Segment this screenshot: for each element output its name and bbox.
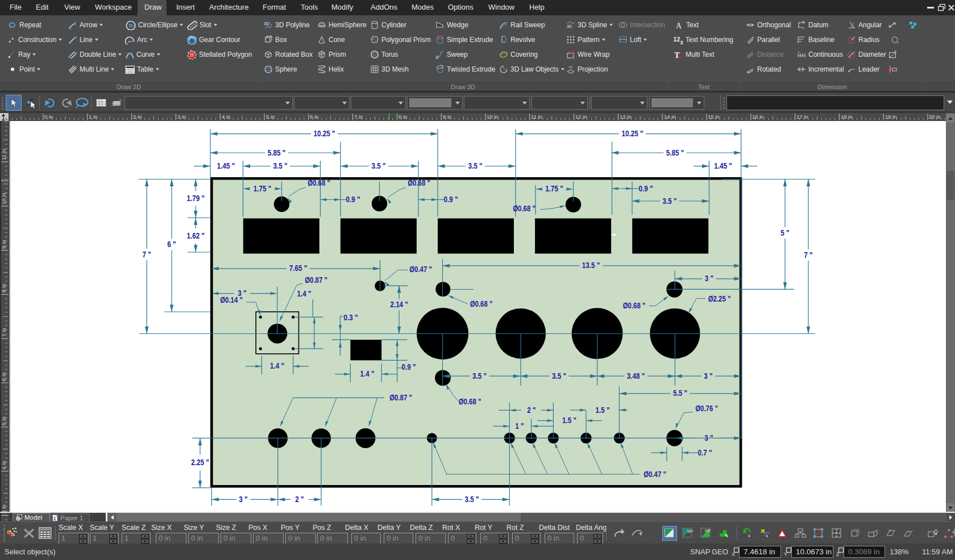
svg-text:10.25 ": 10.25 " — [622, 129, 643, 138]
svg-text:0.3 ": 0.3 " — [344, 313, 358, 322]
svg-text:3.48 ": 3.48 " — [627, 371, 645, 381]
svg-text:D: D — [853, 51, 856, 54]
svg-text:X: X — [732, 551, 735, 557]
svg-text:0 in: 0 in — [44, 114, 53, 120]
svg-text:5.85 ": 5.85 " — [666, 148, 684, 157]
svg-text:Ø0.68 ": Ø0.68 " — [513, 204, 535, 213]
svg-text:2 in: 2 in — [133, 114, 142, 120]
svg-text:MP: MP — [705, 529, 711, 533]
svg-text:Ø0.14 ": Ø0.14 " — [220, 295, 243, 304]
svg-text:3.5 ": 3.5 " — [552, 371, 566, 381]
svg-text:2 ": 2 " — [527, 406, 535, 415]
svg-text:8 in: 8 in — [1, 284, 7, 292]
svg-text:MP: MP — [687, 529, 694, 533]
svg-text:3.5 ": 3.5 " — [372, 161, 386, 170]
svg-text:0.9 ": 0.9 " — [402, 362, 416, 371]
svg-text:2 ": 2 " — [295, 495, 304, 504]
svg-text:A: A — [676, 21, 682, 30]
svg-text:15 in: 15 in — [708, 114, 720, 120]
svg-text:1: 1 — [53, 516, 56, 521]
svg-text:3 in: 3 in — [177, 114, 186, 120]
svg-text:1.4 ": 1.4 " — [270, 361, 284, 370]
svg-text:7.65 ": 7.65 " — [289, 264, 308, 273]
svg-text:Z: Z — [836, 551, 840, 557]
svg-text:Ø0.68 ": Ø0.68 " — [408, 178, 430, 187]
svg-text:2.14 ": 2.14 " — [390, 300, 408, 309]
svg-text:11 in: 11 in — [1, 149, 7, 160]
svg-text:A: A — [852, 22, 854, 25]
svg-text:6 in: 6 in — [1, 373, 7, 381]
svg-text:8 in: 8 in — [398, 114, 407, 120]
svg-text:Ø0.87 ": Ø0.87 " — [305, 275, 327, 285]
svg-text:Ø2.25 ": Ø2.25 " — [708, 294, 731, 303]
svg-text:7 ": 7 " — [804, 250, 812, 260]
svg-text:R: R — [853, 36, 856, 39]
svg-text:Ø0.47 ": Ø0.47 " — [643, 470, 666, 479]
svg-text:5 in: 5 in — [1, 417, 7, 425]
svg-text:6 in: 6 in — [310, 114, 318, 120]
svg-text:0.9 ": 0.9 " — [444, 195, 458, 204]
svg-text:1 ": 1 " — [515, 421, 524, 431]
svg-text:1.4 ": 1.4 " — [297, 289, 312, 298]
svg-text:9 in: 9 in — [1, 240, 7, 249]
svg-text:1.4 ": 1.4 " — [360, 369, 375, 378]
svg-text:1.45 ": 1.45 " — [217, 161, 235, 170]
svg-text:Ø0.47 ": Ø0.47 " — [409, 265, 432, 274]
svg-text:1.79 ": 1.79 " — [187, 194, 205, 203]
svg-text:5.5 ": 5.5 " — [673, 388, 687, 398]
svg-text:7 in: 7 in — [354, 114, 363, 120]
svg-text:18 in: 18 in — [841, 114, 853, 120]
svg-text:3 ": 3 " — [704, 371, 712, 381]
svg-text:3.5 ": 3.5 " — [663, 197, 677, 206]
svg-text:9 in: 9 in — [443, 114, 451, 120]
svg-text:1.75 ": 1.75 " — [545, 184, 563, 193]
svg-text:0.7 ": 0.7 " — [698, 448, 712, 457]
svg-text:3D: 3D — [567, 24, 572, 28]
svg-text:19 in: 19 in — [885, 114, 897, 120]
svg-text:10 in: 10 in — [1, 193, 7, 204]
svg-text:10.25 ": 10.25 " — [314, 129, 335, 138]
svg-text:5.85 ": 5.85 " — [268, 148, 286, 157]
svg-text:3D: 3D — [264, 21, 269, 26]
svg-text:14 in: 14 in — [664, 114, 676, 120]
svg-text:1 in: 1 in — [89, 114, 97, 120]
svg-text:1.45 ": 1.45 " — [714, 161, 732, 170]
svg-text:3.5 ": 3.5 " — [472, 371, 487, 381]
svg-text:17 in: 17 in — [796, 114, 808, 120]
svg-text:6 ": 6 " — [167, 240, 176, 249]
svg-text:Ø0.87 ": Ø0.87 " — [389, 393, 412, 402]
svg-text:3.5 ": 3.5 " — [468, 161, 483, 170]
svg-text:2.25 ": 2.25 " — [191, 458, 209, 467]
svg-text:Ø0.68 ": Ø0.68 " — [308, 178, 330, 187]
svg-text:20 in: 20 in — [929, 114, 941, 120]
svg-text:Ø0.68 ": Ø0.68 " — [623, 301, 646, 310]
svg-text:3: 3 — [680, 39, 683, 44]
svg-text:1.62 ": 1.62 " — [187, 231, 205, 240]
svg-text:12 in: 12 in — [575, 114, 587, 120]
svg-text:7 ": 7 " — [143, 250, 151, 259]
svg-text:Ø0.68 ": Ø0.68 " — [459, 397, 481, 406]
svg-text:10 in: 10 in — [487, 114, 499, 120]
svg-text:5 in: 5 in — [266, 114, 275, 120]
svg-text:1.75 ": 1.75 " — [254, 184, 272, 193]
svg-text:7 in: 7 in — [1, 328, 7, 337]
svg-text:Ø0.76 ": Ø0.76 " — [695, 404, 718, 413]
svg-text:3 ": 3 " — [239, 495, 247, 504]
svg-text:5 ": 5 " — [780, 228, 789, 237]
svg-text:12: 12 — [674, 35, 680, 42]
svg-text:11 in: 11 in — [531, 114, 542, 120]
svg-text:1.5 ": 1.5 " — [596, 406, 610, 415]
svg-text:4 in: 4 in — [1, 461, 7, 470]
svg-text:0.9 ": 0.9 " — [639, 184, 653, 193]
svg-text:3 ": 3 " — [705, 274, 713, 283]
svg-text:Y: Y — [784, 551, 787, 557]
svg-text:13.5 ": 13.5 " — [582, 261, 600, 270]
svg-text:16 in: 16 in — [752, 114, 764, 120]
svg-text:3.5 ": 3.5 " — [273, 161, 288, 170]
svg-text:Ø0.68 ": Ø0.68 " — [470, 299, 493, 308]
svg-text:1.5 ": 1.5 " — [562, 416, 576, 425]
svg-text:4 in: 4 in — [222, 114, 230, 120]
svg-text:13 in: 13 in — [620, 114, 632, 120]
svg-text:0.9 ": 0.9 " — [346, 195, 360, 204]
svg-text:T: T — [674, 50, 680, 59]
